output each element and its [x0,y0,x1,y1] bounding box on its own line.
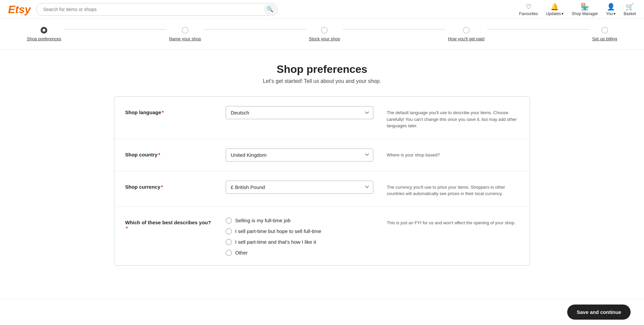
step-line-1 [64,29,166,30]
search-input[interactable] [36,3,278,16]
step-label-2: Name your shop [169,36,201,41]
radio-option-part-time-hope-fulltime[interactable]: I sell part-time but hope to sell full-t… [226,228,373,234]
shop-currency-label: Shop currency* [125,181,212,190]
shop-country-row: Shop country* United Kingdom United Stat… [114,139,530,171]
step-line-2 [204,29,306,30]
nav-item-basket[interactable]: 🛒 Basket [624,3,636,16]
shop-currency-select[interactable]: £ British Pound $ US Dollar € Euro $ Aus… [226,181,373,194]
updates-icon: 🔔 [550,3,559,11]
nav-label-favourites: Favourites [519,11,538,16]
radio-part-time-like[interactable] [226,239,232,245]
radio-option-other[interactable]: Other [226,250,373,256]
updates-chevron-icon: ▾ [561,11,564,16]
step-how-youll-get-paid[interactable]: How you'll get paid [448,27,484,41]
shop-currency-hint: The currency you'll use to price your it… [387,181,519,197]
step-wrapper: Shop preferences Name your shop Stock yo… [27,27,617,41]
shop-currency-row: Shop currency* £ British Pound $ US Doll… [114,171,530,207]
which-describes-you-row: Which of these best describes you?* Sell… [114,207,530,265]
step-circle-4 [463,27,470,34]
step-stock-your-shop[interactable]: Stock your shop [309,27,340,41]
progress-bar: Shop preferences Name your shop Stock yo… [0,19,644,50]
nav-label-you: You [606,11,613,16]
page-title: Shop preferences [114,63,530,76]
nav-label-updates: Updates [546,11,561,16]
radio-other[interactable] [226,250,232,256]
radio-group-seller-type: Selling is my full-time job I sell part-… [226,216,373,256]
favourites-icon: ♡ [526,3,532,11]
step-circle-3 [321,27,328,34]
main-content: Shop preferences Let's get started! Tell… [87,50,557,279]
search-bar: 🔍 [36,3,278,16]
nav-item-shop-manager[interactable]: 🏪 Shop Manager [572,3,598,16]
step-circle-2 [182,27,189,34]
main-nav: ♡ Favourites 🔔 Updates ▾ 🏪 Shop Manager … [519,3,636,16]
step-line-3 [343,29,445,30]
header: Etsy 🔍 ♡ Favourites 🔔 Updates ▾ 🏪 Shop M… [0,0,644,19]
step-name-your-shop[interactable]: Name your shop [169,27,201,41]
shop-manager-icon: 🏪 [581,3,589,11]
shop-language-select[interactable]: English Deutsch Français Español Italian… [226,106,373,119]
which-describes-you-label: Which of these best describes you?* [125,216,212,231]
you-chevron-icon: ▾ [613,11,615,16]
nav-label-shop-manager: Shop Manager [572,11,598,16]
step-line-4 [487,29,589,30]
page-title-section: Shop preferences Let's get started! Tell… [114,63,530,84]
radio-option-fulltime-job[interactable]: Selling is my full-time job [226,218,373,224]
step-circle-1 [41,27,47,34]
nav-item-updates[interactable]: 🔔 Updates ▾ [546,3,564,16]
etsy-logo: Etsy [8,4,31,15]
radio-option-part-time-like-it[interactable]: I sell part-time and that's how I like i… [226,239,373,245]
nav-item-favourites[interactable]: ♡ Favourites [519,3,538,16]
search-button[interactable]: 🔍 [264,3,276,16]
shop-country-label: Shop country* [125,148,212,157]
nav-label-basket: Basket [624,11,636,16]
radio-part-time-hope[interactable] [226,228,232,234]
shop-country-hint: Where is your shop based? [387,148,519,158]
step-label-4: How you'll get paid [448,36,484,41]
page-subtitle: Let's get started! Tell us about you and… [114,78,530,84]
shop-language-hint: The default language you'll use to descr… [387,106,519,129]
basket-icon: 🛒 [626,3,634,11]
you-icon: 👤 [607,3,615,11]
step-set-up-billing[interactable]: Set up billing [592,27,617,41]
shop-language-row: Shop language* English Deutsch Français … [114,97,530,139]
step-label-5: Set up billing [592,36,617,41]
step-circle-5 [601,27,608,34]
step-label-3: Stock your shop [309,36,340,41]
search-icon: 🔍 [267,6,273,12]
which-describes-you-hint: This is just an FYI for us and won't aff… [387,216,519,226]
shop-language-label: Shop language* [125,106,212,115]
step-shop-preferences[interactable]: Shop preferences [27,27,61,41]
nav-item-you[interactable]: 👤 You ▾ [606,3,615,16]
shop-country-select[interactable]: United Kingdom United States Germany Fra… [226,148,373,161]
step-label-1: Shop preferences [27,36,61,41]
radio-fulltime-job[interactable] [226,218,232,224]
form-card: Shop language* English Deutsch Français … [114,96,530,266]
